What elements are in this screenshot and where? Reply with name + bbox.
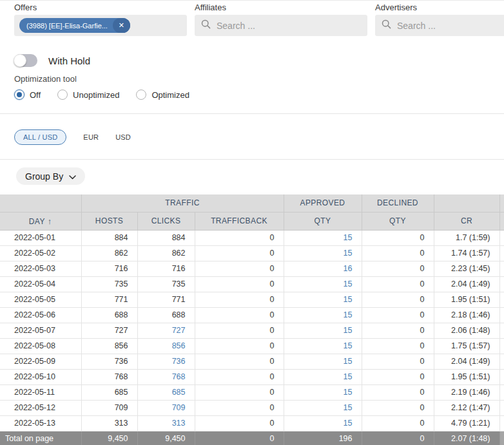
cell-declined-qty: 0 bbox=[362, 230, 434, 245]
with-hold-label: With Hold bbox=[48, 55, 90, 66]
cell-clicks[interactable]: 768 bbox=[137, 369, 195, 384]
table-row: 2022-05-11 685 685 0 15 0 2.19 (1:46) bbox=[0, 384, 504, 400]
cell-trafficback: 0 bbox=[195, 369, 284, 384]
radio-optimized[interactable]: Optimized bbox=[136, 90, 189, 100]
cell-day: 2022-05-02 bbox=[0, 245, 81, 261]
radio-unselected-icon[interactable] bbox=[136, 90, 146, 100]
table-row: 2022-05-03 716 716 0 16 0 2.23 (1:45) bbox=[0, 261, 504, 276]
cell-cr: 1.95 (1:51) bbox=[434, 292, 499, 307]
cell-day: 2022-05-08 bbox=[0, 338, 81, 354]
cell-stub bbox=[499, 292, 504, 307]
column-header-cr[interactable]: CR bbox=[434, 212, 499, 230]
cell-approved-qty[interactable]: 15 bbox=[284, 245, 362, 261]
table-row: 2022-05-09 736 736 0 15 0 2.04 (1:49) bbox=[0, 354, 504, 369]
cell-stub bbox=[499, 276, 504, 292]
cell-declined-qty: 0 bbox=[362, 369, 434, 384]
cell-declined-qty: 0 bbox=[362, 261, 434, 276]
chip-close-icon[interactable]: ✕ bbox=[113, 18, 130, 33]
cell-stub bbox=[499, 400, 504, 415]
cell-day: 2022-05-04 bbox=[0, 276, 81, 292]
column-header-hosts[interactable]: HOSTS bbox=[81, 212, 137, 230]
offer-chip-label: (3988) [EE]-Elisa-Garfie... bbox=[19, 22, 113, 30]
cell-stub bbox=[499, 354, 504, 369]
cell-cr: 1.75 (1:57) bbox=[434, 338, 499, 354]
group-by-row: Group By bbox=[0, 160, 504, 194]
column-header-clicks[interactable]: CLICKS bbox=[137, 212, 195, 230]
advertisers-search-input[interactable] bbox=[397, 21, 504, 31]
cell-declined-qty: 0 bbox=[362, 384, 434, 400]
total-declined-qty: 0 bbox=[362, 431, 434, 445]
cell-cr: 4.79 (1:21) bbox=[434, 415, 499, 431]
cell-hosts: 688 bbox=[81, 307, 137, 323]
cell-approved-qty[interactable]: 15 bbox=[284, 276, 362, 292]
radio-unselected-icon[interactable] bbox=[57, 90, 68, 100]
column-header-day[interactable]: DAY↑ bbox=[0, 212, 81, 230]
offer-chip[interactable]: (3988) [EE]-Elisa-Garfie... ✕ bbox=[19, 18, 130, 33]
cell-approved-qty[interactable]: 15 bbox=[284, 415, 362, 431]
offers-label: Offers bbox=[14, 3, 187, 12]
cell-clicks[interactable]: 856 bbox=[137, 338, 195, 354]
cell-stub bbox=[499, 261, 504, 276]
cell-trafficback: 0 bbox=[195, 276, 284, 292]
cell-cr: 1.95 (1:51) bbox=[434, 369, 499, 384]
cell-hosts: 771 bbox=[81, 292, 137, 307]
cell-clicks: 688 bbox=[137, 307, 195, 323]
column-header-trafficback[interactable]: TRAFFICBACK bbox=[195, 212, 284, 230]
table-row: 2022-05-02 862 862 0 15 0 1.74 (1:57) bbox=[0, 245, 504, 261]
cell-declined-qty: 0 bbox=[362, 354, 434, 369]
radio-off[interactable]: Off bbox=[14, 90, 41, 100]
cell-approved-qty[interactable]: 15 bbox=[284, 292, 362, 307]
cell-approved-qty[interactable]: 16 bbox=[284, 261, 362, 276]
cell-clicks[interactable]: 736 bbox=[137, 354, 195, 369]
radio-selected-icon[interactable] bbox=[14, 90, 24, 100]
cell-approved-qty[interactable]: 15 bbox=[284, 323, 362, 338]
table-column-header-row: DAY↑ HOSTS CLICKS TRAFFICBACK QTY QTY CR bbox=[0, 212, 504, 230]
tab-all-usd[interactable]: ALL / USD bbox=[14, 129, 66, 145]
table-row: 2022-05-12 709 709 0 15 0 2.12 (1:47) bbox=[0, 400, 504, 415]
column-header-declined-qty[interactable]: QTY bbox=[362, 212, 434, 230]
cell-clicks[interactable]: 685 bbox=[137, 384, 195, 400]
cell-approved-qty[interactable]: 15 bbox=[284, 338, 362, 354]
tab-eur[interactable]: EUR bbox=[83, 133, 99, 141]
cell-clicks[interactable]: 727 bbox=[137, 323, 195, 338]
column-header-approved-qty[interactable]: QTY bbox=[284, 212, 362, 230]
cell-approved-qty[interactable]: 15 bbox=[284, 369, 362, 384]
table-row: 2022-05-10 768 768 0 15 0 1.95 (1:51) bbox=[0, 369, 504, 384]
cell-hosts: 856 bbox=[81, 338, 137, 354]
radio-unoptimized[interactable]: Unoptimized bbox=[57, 90, 119, 100]
cell-declined-qty: 0 bbox=[362, 292, 434, 307]
search-icon bbox=[201, 19, 211, 32]
cell-approved-qty[interactable]: 15 bbox=[284, 230, 362, 245]
with-hold-toggle[interactable] bbox=[14, 54, 37, 67]
cell-approved-qty[interactable]: 15 bbox=[284, 307, 362, 323]
cell-hosts: 716 bbox=[81, 261, 137, 276]
cell-clicks: 884 bbox=[137, 230, 195, 245]
group-by-button[interactable]: Group By bbox=[16, 167, 85, 185]
cell-day: 2022-05-10 bbox=[0, 369, 81, 384]
affiliates-search-input[interactable] bbox=[217, 21, 361, 31]
cell-day: 2022-05-07 bbox=[0, 323, 81, 338]
group-header-traffic: TRAFFIC bbox=[81, 194, 284, 212]
cell-approved-qty[interactable]: 15 bbox=[284, 354, 362, 369]
cell-clicks[interactable]: 313 bbox=[137, 415, 195, 431]
cell-approved-qty[interactable]: 15 bbox=[284, 400, 362, 415]
toggle-knob-icon bbox=[14, 54, 26, 67]
affiliates-search-box[interactable] bbox=[195, 15, 367, 36]
cell-clicks[interactable]: 709 bbox=[137, 400, 195, 415]
cell-trafficback: 0 bbox=[195, 415, 284, 431]
cell-cr: 2.12 (1:47) bbox=[434, 400, 499, 415]
cell-approved-qty[interactable]: 15 bbox=[284, 384, 362, 400]
cell-clicks: 771 bbox=[137, 292, 195, 307]
advertisers-search-box[interactable] bbox=[375, 15, 504, 36]
total-label: Total on page bbox=[0, 431, 81, 445]
table-row: 2022-05-07 727 727 0 15 0 2.06 (1:48) bbox=[0, 323, 504, 338]
tab-usd[interactable]: USD bbox=[115, 133, 131, 141]
cell-cr: 2.04 (1:49) bbox=[434, 276, 499, 292]
cell-day: 2022-05-13 bbox=[0, 415, 81, 431]
cell-trafficback: 0 bbox=[195, 384, 284, 400]
offers-select[interactable]: (3988) [EE]-Elisa-Garfie... ✕ bbox=[14, 15, 187, 36]
sort-ascending-icon: ↑ bbox=[48, 216, 52, 226]
group-header-approved: APPROVED bbox=[284, 194, 362, 212]
table-group-header-row: TRAFFIC APPROVED DECLINED bbox=[0, 194, 504, 212]
cell-trafficback: 0 bbox=[195, 307, 284, 323]
